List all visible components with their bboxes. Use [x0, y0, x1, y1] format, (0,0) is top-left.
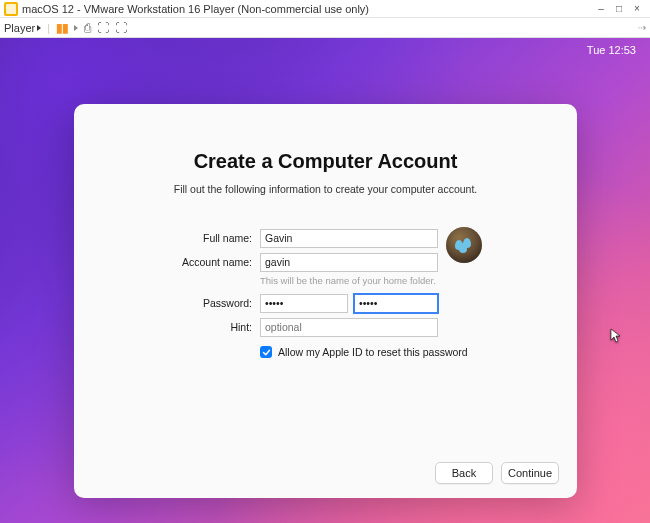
account-form: Full name: Account name: This will be th…	[74, 227, 577, 358]
vmware-title-text: macOS 12 - VMware Workstation 16 Player …	[22, 3, 592, 15]
checkmark-icon	[262, 348, 271, 357]
toolbar-collapse-icon[interactable]: ⇢	[638, 22, 646, 33]
continue-button[interactable]: Continue	[501, 462, 559, 484]
player-menu-label: Player	[4, 22, 35, 34]
maximize-button[interactable]: □	[610, 3, 628, 14]
account-name-label: Account name:	[74, 256, 260, 268]
mouse-cursor-icon	[607, 328, 623, 348]
macos-desktop: Tue 12:53 Create a Computer Account Fill…	[0, 38, 650, 523]
nest-egg-icon	[459, 243, 467, 253]
full-name-field[interactable]	[260, 229, 438, 248]
account-picture[interactable]	[446, 227, 482, 263]
send-ctrl-alt-del-icon[interactable]: ⎙	[84, 21, 91, 35]
pause-icon[interactable]: ▮▮	[56, 21, 68, 35]
vmware-titlebar: macOS 12 - VMware Workstation 16 Player …	[0, 0, 650, 18]
minimize-button[interactable]: –	[592, 3, 610, 14]
full-name-label: Full name:	[74, 232, 260, 244]
toolbar-separator: |	[47, 22, 50, 34]
setup-assistant-window: Create a Computer Account Fill out the f…	[74, 104, 577, 498]
password-label: Password:	[74, 297, 260, 309]
account-name-field[interactable]	[260, 253, 438, 272]
vmware-toolbar: Player | ▮▮ ⎙ ⛶ ⛶ ⇢	[0, 18, 650, 38]
verify-password-field[interactable]	[354, 294, 438, 313]
account-name-helper: This will be the name of your home folde…	[260, 275, 577, 286]
page-subtitle: Fill out the following information to cr…	[74, 183, 577, 195]
hint-field[interactable]	[260, 318, 438, 337]
power-dropdown-icon[interactable]	[74, 25, 78, 31]
player-menu-button[interactable]: Player	[4, 22, 41, 34]
back-button-label: Back	[452, 467, 476, 479]
fullscreen-icon[interactable]: ⛶	[115, 21, 127, 35]
dropdown-triangle-icon	[37, 25, 41, 31]
close-window-button[interactable]: ×	[628, 3, 646, 14]
page-title: Create a Computer Account	[74, 150, 577, 173]
back-button[interactable]: Back	[435, 462, 493, 484]
allow-apple-id-reset-label: Allow my Apple ID to reset this password	[278, 346, 468, 358]
continue-button-label: Continue	[508, 467, 552, 479]
unity-icon[interactable]: ⛶	[97, 21, 109, 35]
hint-label: Hint:	[74, 321, 260, 333]
vmware-app-icon	[4, 2, 18, 16]
menubar-clock: Tue 12:53	[587, 44, 636, 56]
allow-apple-id-reset-checkbox[interactable]	[260, 346, 272, 358]
password-field[interactable]	[260, 294, 348, 313]
